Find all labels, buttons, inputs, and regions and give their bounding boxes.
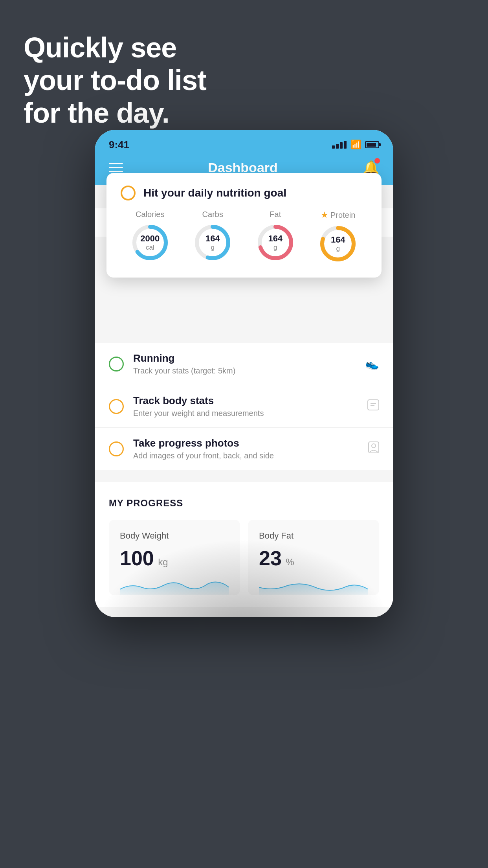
phone-mockup: 9:41 📶 Dashboard 🔔 THINGS TO DO TODAY xyxy=(95,130,393,617)
calories-unit: cal xyxy=(140,244,160,252)
photos-checkbox[interactable] xyxy=(109,441,124,456)
status-time: 9:41 xyxy=(109,139,129,151)
protein-item: ★ Protein 164 g xyxy=(318,210,358,263)
shoe-icon: 👟 xyxy=(365,357,379,370)
protein-unit: g xyxy=(331,245,345,253)
carbs-label: Carbs xyxy=(202,210,223,219)
calories-item: Calories 2000 cal xyxy=(130,210,170,263)
status-icons: 📶 xyxy=(332,140,379,150)
todo-item-running[interactable]: Running Track your stats (target: 5km) 👟 xyxy=(95,343,393,385)
nutrition-card[interactable]: Hit your daily nutrition goal Calories 2… xyxy=(106,173,382,278)
body-fat-chart xyxy=(259,576,368,595)
fat-item: Fat 164 g xyxy=(256,210,295,263)
calories-label: Calories xyxy=(136,210,164,219)
wifi-icon: 📶 xyxy=(350,140,361,150)
hamburger-menu[interactable] xyxy=(109,163,123,172)
body-weight-card[interactable]: Body Weight 100 kg xyxy=(109,520,240,595)
nutrition-circles: Calories 2000 cal Carbs xyxy=(121,210,367,263)
todo-list: Running Track your stats (target: 5km) 👟… xyxy=(95,343,393,470)
running-text: Running Track your stats (target: 5km) xyxy=(133,352,356,375)
body-weight-card-title: Body Weight xyxy=(120,531,229,541)
running-checkbox[interactable] xyxy=(109,357,124,371)
photos-subtitle: Add images of your front, back, and side xyxy=(133,451,359,460)
calories-value: 2000 xyxy=(140,234,160,244)
carbs-value: 164 xyxy=(205,234,220,244)
fat-unit: g xyxy=(268,244,283,252)
svg-point-12 xyxy=(372,444,376,448)
main-content: THINGS TO DO TODAY Hit your daily nutrit… xyxy=(95,185,393,617)
body-stats-text: Track body stats Enter your weight and m… xyxy=(133,395,358,418)
status-bar: 9:41 📶 xyxy=(95,130,393,153)
carbs-item: Carbs 164 g xyxy=(193,210,232,263)
protein-star-icon: ★ xyxy=(321,210,328,220)
running-title: Running xyxy=(133,352,356,364)
body-fat-value: 23 xyxy=(259,547,282,570)
todo-item-body-stats[interactable]: Track body stats Enter your weight and m… xyxy=(95,385,393,428)
body-weight-value-row: 100 kg xyxy=(120,548,229,568)
fat-label: Fat xyxy=(270,210,281,219)
nutrition-card-header: Hit your daily nutrition goal xyxy=(121,186,367,200)
body-stats-subtitle: Enter your weight and measurements xyxy=(133,409,358,418)
body-fat-value-row: 23 % xyxy=(259,548,368,568)
battery-icon xyxy=(365,141,379,148)
protein-value: 164 xyxy=(331,235,345,245)
carbs-donut: 164 g xyxy=(193,223,232,262)
photos-title: Take progress photos xyxy=(133,437,359,449)
signal-icon xyxy=(332,141,347,149)
progress-cards: Body Weight 100 kg xyxy=(109,520,379,595)
scale-icon xyxy=(367,399,379,413)
hero-text: Quickly see your to-do list for the day. xyxy=(24,31,206,129)
body-weight-unit: kg xyxy=(158,557,168,567)
body-weight-chart xyxy=(120,576,229,595)
photos-text: Take progress photos Add images of your … xyxy=(133,437,359,460)
nutrition-card-title: Hit your daily nutrition goal xyxy=(143,187,286,199)
notification-dot xyxy=(374,158,380,164)
person-icon xyxy=(368,441,379,456)
nutrition-radio[interactable] xyxy=(121,186,136,200)
protein-label-container: ★ Protein xyxy=(321,210,355,220)
body-fat-card[interactable]: Body Fat 23 % xyxy=(248,520,379,595)
calories-donut: 2000 cal xyxy=(130,223,170,262)
protein-label: Protein xyxy=(330,211,355,220)
body-weight-value: 100 xyxy=(120,547,154,570)
running-subtitle: Track your stats (target: 5km) xyxy=(133,366,356,375)
body-fat-card-title: Body Fat xyxy=(259,531,368,541)
progress-title: MY PROGRESS xyxy=(109,498,379,509)
protein-donut: 164 g xyxy=(318,224,358,263)
fat-donut: 164 g xyxy=(256,223,295,262)
todo-item-photos[interactable]: Take progress photos Add images of your … xyxy=(95,428,393,470)
my-progress-section: MY PROGRESS Body Weight 100 kg xyxy=(95,482,393,607)
body-stats-checkbox[interactable] xyxy=(109,399,124,414)
body-fat-unit: % xyxy=(286,557,294,567)
body-stats-title: Track body stats xyxy=(133,395,358,407)
carbs-unit: g xyxy=(205,244,220,252)
fat-value: 164 xyxy=(268,234,283,244)
